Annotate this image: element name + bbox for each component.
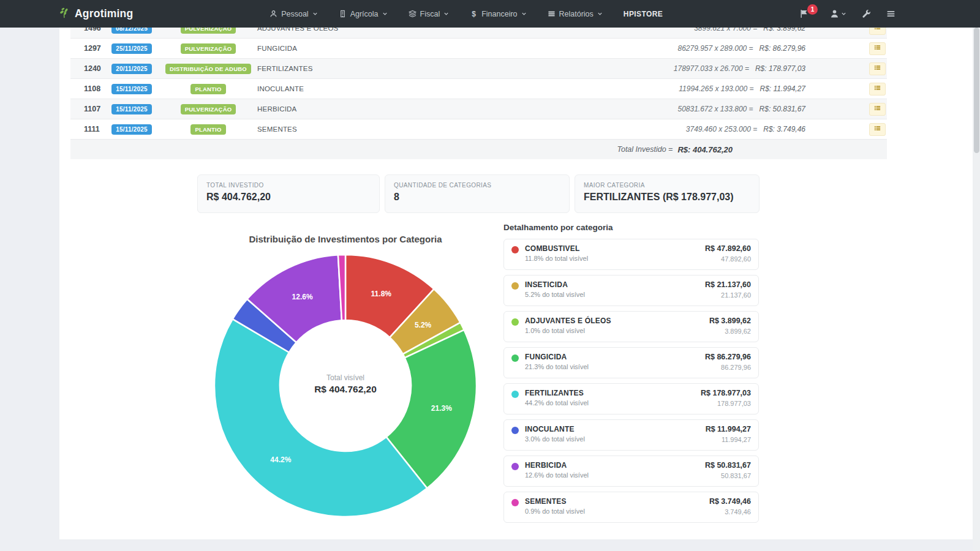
- category-percent: 11.8% do total visível: [525, 255, 588, 262]
- user-menu[interactable]: [830, 9, 846, 18]
- chevron-down-icon: [443, 11, 449, 17]
- category-detail-item: SEMENTES0.9% do total visívelR$ 3.749,46…: [503, 492, 759, 523]
- category-amount: R$ 178.977,03: [701, 389, 751, 397]
- main-menu: PessoalAgrícolaFiscal$FinanceiroRelatóri…: [133, 10, 799, 18]
- category-amount: R$ 50.831,67: [705, 461, 751, 470]
- category-amount-plain: 47.892,60: [705, 255, 751, 263]
- category-name: COMBUSTIVEL: [525, 244, 588, 253]
- category-amount: R$ 86.279,96: [705, 353, 751, 361]
- row-details-button[interactable]: [869, 103, 886, 116]
- detail-header: Detalhamento por categoria: [503, 223, 759, 232]
- nav-item-label: HPISTORE: [624, 10, 663, 18]
- list-icon: [873, 64, 881, 73]
- nav-item-relato-rios[interactable]: Relatórios: [548, 10, 603, 18]
- dollar-icon: $: [470, 10, 478, 18]
- person-icon: [270, 10, 277, 18]
- row-details-button[interactable]: [869, 83, 886, 96]
- slice-percent-label: 12.6%: [292, 293, 313, 301]
- category-percent: 3.0% do total visível: [525, 435, 585, 443]
- category-detail-panel: Detalhamento por categoria COMBUSTIVEL11…: [503, 223, 759, 523]
- category-amount: R$ 47.892,60: [705, 244, 751, 253]
- slice-percent-label: 5.2%: [415, 321, 432, 329]
- list-icon: [873, 124, 881, 134]
- row-details-button[interactable]: [869, 123, 886, 136]
- row-details-button[interactable]: [869, 62, 886, 75]
- settings-wrench-icon[interactable]: [862, 9, 871, 18]
- category-amount-plain: 11.994,27: [706, 436, 751, 443]
- top-navbar: Agrotiming PessoalAgrícolaFiscal$Finance…: [0, 0, 980, 28]
- row-calculation: 86279.957 x 289.000 =: [677, 44, 753, 53]
- row-category: SEMENTES: [254, 126, 579, 133]
- row-id: 1240: [70, 64, 101, 73]
- category-color-dot: [511, 391, 519, 398]
- category-detail-item: FERTILIZANTES44.2% do total visívelR$ 17…: [503, 383, 759, 414]
- category-name: INSETICIDA: [525, 280, 585, 289]
- category-color-dot: [511, 354, 519, 362]
- chevron-down-icon: [312, 11, 318, 17]
- category-amount: R$ 3.899,62: [709, 317, 751, 325]
- nav-item-financeiro[interactable]: $Financeiro: [470, 10, 526, 18]
- chevron-down-icon: [841, 11, 846, 17]
- notifications-flag-icon[interactable]: 1: [799, 9, 809, 18]
- row-id: 1107: [70, 105, 101, 113]
- category-percent: 44.2% do total visível: [525, 399, 589, 407]
- category-color-dot: [511, 246, 519, 253]
- date-badge: 15/11/2025: [111, 124, 152, 135]
- category-name: HERBICIDA: [525, 461, 589, 470]
- nav-item-label: Relatórios: [559, 10, 594, 18]
- chevron-down-icon: [382, 11, 388, 17]
- donut-slice-fertilizantes[interactable]: [214, 319, 427, 517]
- category-amount-plain: 178.977,03: [701, 400, 751, 407]
- list-icon: [873, 84, 881, 94]
- nav-item-agri-cola[interactable]: Agrícola: [339, 10, 388, 18]
- category-color-dot: [511, 282, 519, 290]
- nav-item-fiscal[interactable]: Fiscal: [409, 10, 450, 18]
- activity-badge: PLANTIO: [190, 124, 225, 135]
- date-badge: 15/11/2025: [111, 84, 152, 94]
- nav-item-pessoal[interactable]: Pessoal: [270, 10, 317, 18]
- table-row: 110715/11/2025PULVERIZAÇÃOHERBICIDA50831…: [70, 99, 887, 119]
- slice-percent-label: 11.8%: [371, 290, 392, 298]
- table-row: 129725/11/2025PULVERIZAÇÃOFUNGICIDA86279…: [70, 39, 887, 59]
- slice-percent-label: 21.3%: [431, 404, 452, 413]
- category-name: FERTILIZANTES: [525, 389, 589, 397]
- navbar-actions: 1: [799, 9, 895, 18]
- category-amount-plain: 3.749,46: [709, 508, 751, 515]
- chevron-down-icon: [597, 11, 603, 17]
- chevron-down-icon: [521, 11, 527, 17]
- summary-card: QUANTIDADE DE CATEGORIAS8: [385, 174, 570, 213]
- category-detail-item: INOCULANTE3.0% do total visívelR$ 11.994…: [503, 419, 759, 451]
- slice-percent-label: 44.2%: [270, 455, 291, 464]
- category-name: FUNGICIDA: [525, 353, 589, 361]
- row-calculation: 178977.033 x 26.700 =: [674, 64, 749, 73]
- card-label: QUANTIDADE DE CATEGORIAS: [394, 182, 560, 189]
- brand-logo[interactable]: Agrotiming: [58, 7, 133, 21]
- scrollbar-thumb[interactable]: [974, 28, 979, 153]
- category-color-dot: [511, 427, 519, 434]
- row-calculation: 3749.460 x 253.000 =: [686, 125, 757, 133]
- category-percent: 12.6% do total visível: [525, 471, 589, 479]
- nav-item-hpistore[interactable]: HPISTORE: [624, 10, 663, 18]
- card-value: R$ 404.762,20: [206, 192, 371, 203]
- category-percent: 1.0% do total visível: [525, 327, 611, 334]
- row-id: 1108: [70, 84, 101, 93]
- card-value: 8: [394, 192, 560, 203]
- category-percent: 5.2% do total visível: [525, 291, 585, 298]
- summary-cards: TOTAL INVESTIDOR$ 404.762,20QUANTIDADE D…: [197, 174, 760, 213]
- row-details-button[interactable]: [869, 42, 886, 55]
- donut-center-value: R$ 404.762,20: [269, 384, 422, 395]
- summary-card: MAIOR CATEGORIAFERTILIZANTES (R$ 178.977…: [575, 174, 760, 213]
- activity-badge: DISTRIBUIÇÃO DE ADUBO: [165, 64, 251, 74]
- layers-icon: [409, 10, 417, 18]
- hamburger-menu-icon[interactable]: [886, 9, 895, 18]
- date-badge: 20/11/2025: [111, 64, 152, 74]
- row-calculation: 11994.265 x 193.000 =: [679, 84, 753, 93]
- date-badge: 25/11/2025: [111, 43, 152, 54]
- user-icon: [830, 9, 839, 18]
- category-amount: R$ 11.994,27: [706, 425, 751, 433]
- row-category: INOCULANTE: [254, 85, 579, 92]
- row-amount: R$: 50.831,67: [760, 105, 805, 113]
- total-value: R$: 404.762,20: [677, 145, 733, 154]
- category-color-dot: [511, 499, 519, 506]
- category-name: SEMENTES: [525, 497, 585, 506]
